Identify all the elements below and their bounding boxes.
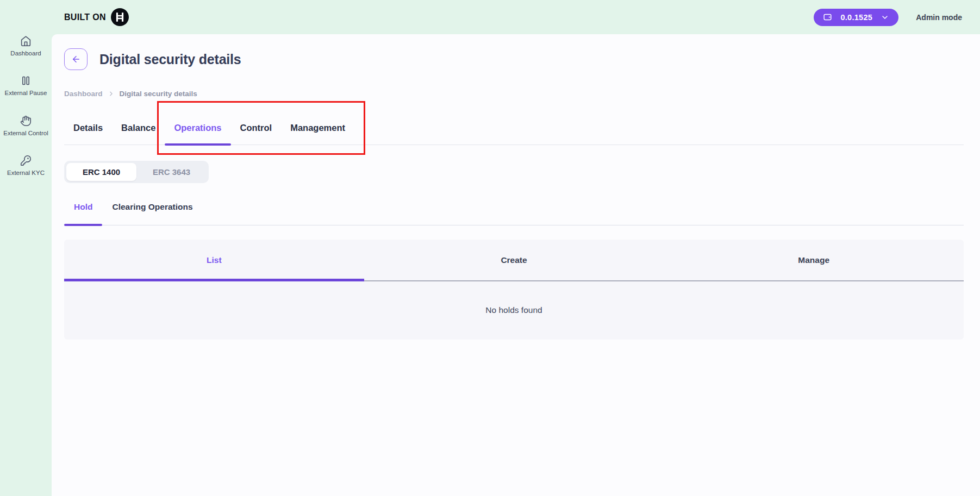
page-header: Digital security details bbox=[64, 48, 964, 70]
toggle-option-erc-1400[interactable]: ERC 1400 bbox=[66, 163, 136, 181]
sidebar-item-external-kyc[interactable]: External KYC bbox=[3, 155, 49, 177]
sidebar-item-dashboard[interactable]: Dashboard bbox=[3, 35, 49, 57]
sidebar-item-label: External Control bbox=[3, 129, 48, 137]
sidebar-item-label: Dashboard bbox=[10, 49, 41, 57]
sidebar-item-label: External KYC bbox=[7, 169, 45, 177]
tab-management[interactable]: Management bbox=[281, 123, 354, 145]
built-on-logo: BUILT ON bbox=[64, 8, 129, 26]
sidebar: Dashboard External Pause External Contro… bbox=[0, 34, 52, 496]
tab-control[interactable]: Control bbox=[231, 123, 282, 145]
tab-list[interactable]: List bbox=[64, 240, 364, 280]
tab-create[interactable]: Create bbox=[364, 240, 664, 280]
tab-details[interactable]: Details bbox=[64, 123, 112, 145]
erc-standard-toggle: ERC 1400 ERC 3643 bbox=[64, 161, 209, 183]
holds-panel: List Create Manage No holds found bbox=[64, 240, 964, 340]
empty-state-message: No holds found bbox=[64, 281, 964, 338]
tab-manage[interactable]: Manage bbox=[664, 240, 964, 280]
operation-tabs: Hold Clearing Operations bbox=[64, 202, 964, 225]
arrow-left-icon bbox=[71, 54, 81, 64]
home-icon bbox=[20, 35, 32, 47]
admin-mode-label: Admin mode bbox=[916, 13, 962, 22]
breadcrumb-link-dashboard[interactable]: Dashboard bbox=[64, 90, 103, 98]
sidebar-item-external-pause[interactable]: External Pause bbox=[3, 75, 49, 97]
tab-operations[interactable]: Operations bbox=[165, 123, 230, 145]
wallet-account-id: 0.0.1525 bbox=[840, 13, 872, 22]
tab-balance[interactable]: Balance bbox=[112, 123, 165, 145]
key-icon bbox=[20, 155, 32, 166]
sidebar-item-label: External Pause bbox=[5, 89, 47, 97]
chevron-right-icon bbox=[108, 90, 115, 97]
chevron-down-icon bbox=[881, 13, 889, 22]
hedera-logo-icon bbox=[111, 8, 129, 26]
main-panel: Digital security details Dashboard Digit… bbox=[52, 34, 980, 496]
hand-icon bbox=[20, 115, 32, 127]
tab-hold[interactable]: Hold bbox=[64, 202, 102, 225]
topbar-right: 0.0.1525 Admin mode bbox=[814, 9, 962, 26]
sidebar-item-external-control[interactable]: External Control bbox=[3, 115, 49, 137]
breadcrumb-current: Digital security details bbox=[120, 90, 197, 98]
page-title: Digital security details bbox=[99, 52, 241, 67]
tab-clearing-operations[interactable]: Clearing Operations bbox=[102, 202, 202, 225]
built-on-logo-text: BUILT ON bbox=[64, 12, 106, 22]
wallet-icon bbox=[823, 12, 832, 22]
detail-tabs: Details Balance Operations Control Manag… bbox=[64, 123, 964, 145]
toggle-option-erc-3643[interactable]: ERC 3643 bbox=[136, 163, 207, 181]
pause-icon bbox=[20, 75, 32, 86]
breadcrumb: Dashboard Digital security details bbox=[64, 90, 964, 98]
holds-panel-tabs: List Create Manage bbox=[64, 240, 964, 281]
topbar: BUILT ON 0.0.1525 Admin mode bbox=[0, 0, 980, 34]
wallet-account-button[interactable]: 0.0.1525 bbox=[814, 9, 898, 26]
back-button[interactable] bbox=[64, 48, 88, 70]
